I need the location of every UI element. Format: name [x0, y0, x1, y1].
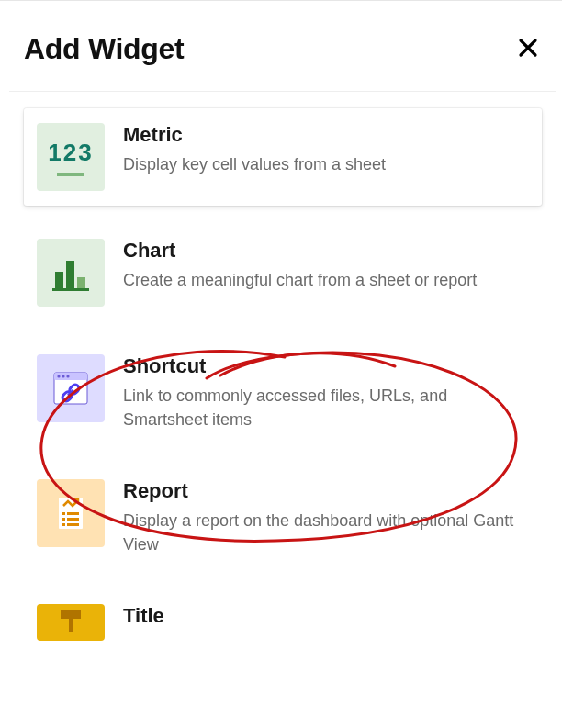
widget-option-chart[interactable]: Chart Create a meaningful chart from a s… [24, 224, 542, 321]
svg-point-8 [66, 375, 69, 377]
title-icon [37, 604, 105, 641]
widget-title: Chart [123, 239, 529, 263]
widget-text: Metric Display key cell values from a sh… [123, 123, 529, 176]
svg-rect-16 [67, 518, 79, 521]
widget-list[interactable]: 123 Metric Display key cell values from … [9, 91, 556, 728]
report-icon [37, 479, 105, 547]
top-divider [0, 0, 562, 1]
svg-rect-2 [77, 277, 85, 288]
widget-text: Report Display a report on the dashboard… [123, 479, 529, 556]
panel-title: Add Widget [24, 32, 184, 66]
widget-option-title[interactable]: Title [24, 589, 542, 655]
svg-rect-1 [66, 261, 74, 288]
widget-title: Metric [123, 123, 529, 147]
widget-option-report[interactable]: Report Display a report on the dashboard… [24, 465, 542, 571]
close-button[interactable] [518, 38, 538, 62]
svg-rect-14 [67, 512, 79, 515]
panel-header: Add Widget [24, 27, 538, 86]
widget-desc: Create a meaningful chart from a sheet o… [123, 268, 529, 292]
svg-rect-3 [52, 288, 89, 291]
widget-text: Chart Create a meaningful chart from a s… [123, 239, 529, 292]
widget-desc: Link to commonly accessed files, URLs, a… [123, 384, 529, 431]
widget-title: Shortcut [123, 354, 529, 378]
widget-option-shortcut[interactable]: Shortcut Link to commonly accessed files… [24, 340, 542, 446]
shortcut-icon [37, 354, 105, 422]
widget-option-metric[interactable]: 123 Metric Display key cell values from … [24, 108, 542, 206]
widget-title: Title [123, 604, 529, 628]
chart-icon [37, 239, 105, 307]
widget-text: Title [123, 604, 529, 633]
svg-rect-20 [69, 615, 73, 632]
widget-desc: Display key cell values from a sheet [123, 152, 529, 176]
close-icon [518, 38, 538, 58]
widget-title: Report [123, 479, 529, 503]
metric-icon: 123 [37, 123, 105, 191]
svg-point-7 [62, 375, 64, 377]
svg-point-6 [57, 375, 60, 377]
widget-desc: Display a report on the dashboard with o… [123, 509, 529, 556]
svg-rect-18 [67, 523, 79, 526]
svg-rect-13 [62, 512, 65, 515]
svg-rect-15 [62, 518, 65, 521]
widget-text: Shortcut Link to commonly accessed files… [123, 354, 529, 431]
add-widget-panel: Add Widget 123 Metric Display key cell v… [0, 8, 562, 728]
svg-rect-17 [62, 523, 65, 526]
svg-rect-0 [55, 272, 63, 288]
